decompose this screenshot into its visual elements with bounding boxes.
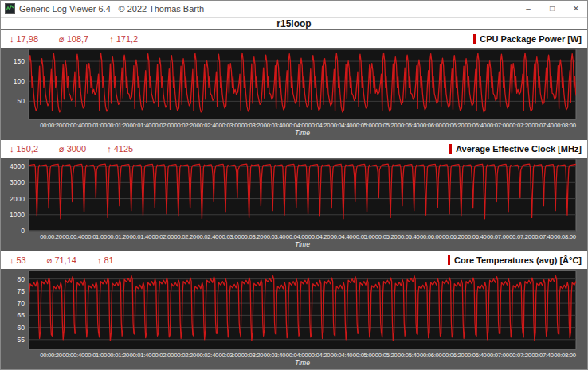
svg-text:00:02:20: 00:02:20 <box>174 233 197 240</box>
svg-text:70: 70 <box>18 299 25 307</box>
svg-text:00:07:00: 00:07:00 <box>487 122 509 129</box>
svg-text:00:03:00: 00:03:00 <box>219 122 241 129</box>
svg-text:00:07:40: 00:07:40 <box>531 352 554 359</box>
series-label: Average Effective Clock [MHz] <box>449 144 582 154</box>
stat-max-value: 81 <box>104 255 113 265</box>
stat-avg-value: 108,7 <box>67 34 89 44</box>
series-color-icon <box>449 144 452 154</box>
svg-text:00:01:20: 00:01:20 <box>107 352 129 359</box>
stat-min: ↓150,2 <box>10 144 38 154</box>
chart-section-effective-clock: ↓150,2 ⌀3000 ↑4125 Average Effective Clo… <box>0 140 588 251</box>
max-arrow-icon: ↑ <box>107 144 112 154</box>
core-temps-chart[interactable]: 55606570758000:00:2000:00:4000:01:0000:0… <box>0 269 588 370</box>
series-label: Core Temperatures (avg) [Â°C] <box>448 255 582 265</box>
svg-text:00:08:00: 00:08:00 <box>554 233 576 240</box>
svg-text:00:01:00: 00:01:00 <box>84 122 107 129</box>
svg-text:00:03:20: 00:03:20 <box>241 122 264 129</box>
svg-text:00:05:40: 00:05:40 <box>398 352 420 359</box>
svg-text:Time: Time <box>295 240 310 248</box>
svg-text:00:04:40: 00:04:40 <box>331 352 353 359</box>
svg-text:00:06:40: 00:06:40 <box>465 122 487 129</box>
stat-min-value: 150,2 <box>17 144 39 154</box>
series-title: Average Effective Clock [MHz] <box>456 144 582 154</box>
svg-text:100: 100 <box>14 77 25 85</box>
chart-section-cpu-power: ↓17,98 ⌀108,7 ↑171,2 CPU Package Power [… <box>0 30 588 140</box>
svg-text:00:07:40: 00:07:40 <box>531 233 554 240</box>
effective-clock-chart[interactable]: 0100020003000400000:00:2000:00:4000:01:0… <box>0 158 588 251</box>
min-arrow-icon: ↓ <box>10 255 14 265</box>
series-color-icon <box>473 34 476 44</box>
min-arrow-icon: ↓ <box>10 144 14 154</box>
chart-section-core-temps: ↓53 ⌀71,14 ↑81 Core Temperatures (avg) [… <box>0 251 588 370</box>
svg-text:00:05:20: 00:05:20 <box>375 122 398 129</box>
svg-text:00:08:00: 00:08:00 <box>554 122 576 129</box>
svg-text:00:04:00: 00:04:00 <box>286 122 308 129</box>
svg-text:00:04:40: 00:04:40 <box>331 233 353 240</box>
svg-text:80: 80 <box>18 275 25 283</box>
svg-text:00:04:20: 00:04:20 <box>308 233 331 240</box>
svg-text:00:03:00: 00:03:00 <box>219 352 241 359</box>
svg-text:00:05:20: 00:05:20 <box>375 352 398 359</box>
app-window: Generic Log Viewer 6.4 - © 2022 Thomas B… <box>0 0 588 370</box>
max-arrow-icon: ↑ <box>97 255 102 265</box>
stats-row: ↓53 ⌀71,14 ↑81 Core Temperatures (avg) [… <box>0 251 588 269</box>
svg-text:00:06:40: 00:06:40 <box>465 352 487 359</box>
svg-text:75: 75 <box>18 287 25 295</box>
svg-text:00:06:40: 00:06:40 <box>465 233 487 240</box>
svg-text:00:04:00: 00:04:00 <box>286 352 308 359</box>
svg-text:00:04:20: 00:04:20 <box>308 352 331 359</box>
svg-text:00:02:00: 00:02:00 <box>151 233 174 240</box>
log-header: r15loop <box>0 18 588 30</box>
stat-max: ↑171,2 <box>109 34 138 44</box>
stat-min-value: 17,98 <box>17 34 39 44</box>
svg-text:00:04:20: 00:04:20 <box>308 122 331 129</box>
svg-text:00:00:20: 00:00:20 <box>40 122 62 129</box>
svg-text:00:04:00: 00:04:00 <box>286 233 308 240</box>
maximize-button[interactable]: □ <box>540 0 564 17</box>
svg-text:00:06:00: 00:06:00 <box>420 233 442 240</box>
svg-text:50: 50 <box>18 97 25 105</box>
svg-text:00:02:40: 00:02:40 <box>197 122 219 129</box>
svg-text:00:03:40: 00:03:40 <box>264 233 286 240</box>
cpu-power-chart[interactable]: 5010015000:00:2000:00:4000:01:0000:01:20… <box>0 48 588 140</box>
svg-text:00:07:00: 00:07:00 <box>487 233 509 240</box>
svg-text:00:05:40: 00:05:40 <box>398 122 420 129</box>
chart-area-effective-clock: 0100020003000400000:00:2000:00:4000:01:0… <box>0 158 588 251</box>
svg-text:00:05:00: 00:05:00 <box>353 233 375 240</box>
stat-avg-value: 71,14 <box>54 255 76 265</box>
stat-avg: ⌀108,7 <box>59 34 88 45</box>
series-title: Core Temperatures (avg) [Â°C] <box>454 255 582 265</box>
stat-min: ↓53 <box>10 255 26 265</box>
svg-text:00:06:20: 00:06:20 <box>442 233 465 240</box>
svg-text:00:01:40: 00:01:40 <box>129 233 151 240</box>
svg-text:3000: 3000 <box>10 178 25 186</box>
title-bar[interactable]: Generic Log Viewer 6.4 - © 2022 Thomas B… <box>0 0 588 18</box>
app-icon <box>5 3 15 14</box>
svg-text:00:02:40: 00:02:40 <box>197 352 219 359</box>
avg-icon: ⌀ <box>59 34 65 44</box>
stat-avg: ⌀3000 <box>59 144 86 154</box>
svg-text:00:07:20: 00:07:20 <box>509 233 531 240</box>
svg-text:2000: 2000 <box>10 195 25 203</box>
minimize-button[interactable]: – <box>516 0 540 17</box>
stat-max-value: 4125 <box>114 144 133 154</box>
svg-text:00:02:40: 00:02:40 <box>197 233 219 240</box>
svg-text:00:03:40: 00:03:40 <box>264 122 286 129</box>
svg-text:00:05:00: 00:05:00 <box>353 122 375 129</box>
svg-text:00:01:20: 00:01:20 <box>107 233 129 240</box>
series-color-icon <box>448 255 450 265</box>
log-name: r15loop <box>276 18 311 29</box>
svg-text:00:06:20: 00:06:20 <box>442 352 465 359</box>
svg-text:00:00:40: 00:00:40 <box>62 352 84 359</box>
svg-text:00:02:00: 00:02:00 <box>151 122 174 129</box>
svg-text:150: 150 <box>14 57 25 65</box>
min-arrow-icon: ↓ <box>10 34 14 44</box>
close-button[interactable]: ✕ <box>564 0 588 17</box>
svg-text:00:05:40: 00:05:40 <box>398 233 420 240</box>
window-title: Generic Log Viewer 6.4 - © 2022 Thomas B… <box>19 4 204 14</box>
avg-icon: ⌀ <box>47 255 53 265</box>
svg-text:00:05:00: 00:05:00 <box>353 352 375 359</box>
chart-area-cpu-power: 5010015000:00:2000:00:4000:01:0000:01:20… <box>0 48 588 140</box>
svg-text:00:02:20: 00:02:20 <box>174 352 197 359</box>
stat-avg-value: 3000 <box>67 144 86 154</box>
